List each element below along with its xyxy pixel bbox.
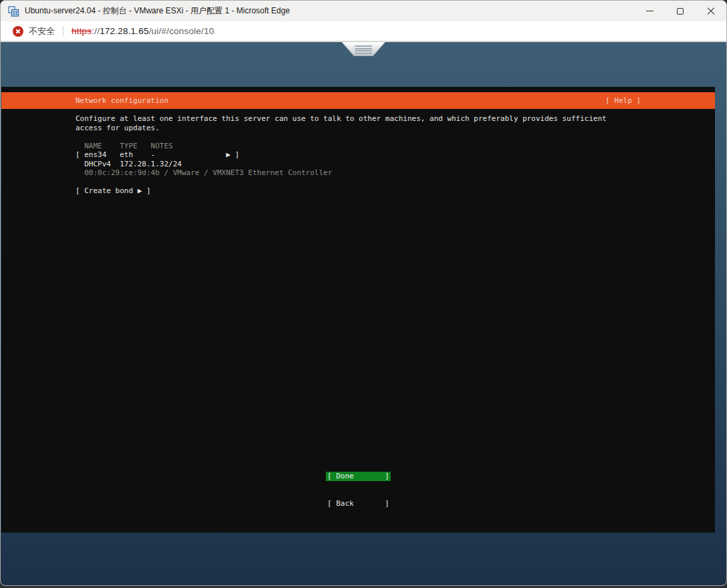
intro-line-1: Configure at least one interface this se… — [76, 114, 715, 124]
url-host: 172.28.1.65 — [100, 26, 149, 36]
not-secure-icon[interactable] — [13, 26, 23, 37]
address-divider — [63, 26, 63, 37]
minimize-button[interactable] — [634, 1, 665, 21]
intro-line-2: access for updates. — [76, 124, 715, 133]
back-button[interactable]: [ Back ] — [326, 499, 391, 508]
maximize-button[interactable] — [665, 1, 696, 21]
title-bar: Ubuntu-server24.04 - 控制台 - VMware ESXi -… — [1, 1, 726, 21]
nic-row-dhcp: DHCPv4 172.28.1.32/24 — [76, 160, 715, 169]
maximize-icon — [677, 8, 684, 15]
browser-window: Ubuntu-server24.04 - 控制台 - VMware ESXi -… — [0, 0, 727, 586]
console-menu-handle[interactable] — [341, 42, 386, 56]
close-icon — [707, 7, 715, 15]
spacer — [76, 132, 715, 142]
installer-footer-buttons: [ Done ] [ Back ] — [326, 454, 391, 526]
url-field[interactable]: https://172.28.1.65/ui/#/console/10 — [71, 26, 214, 36]
url-scheme: https — [71, 26, 92, 36]
url-separator: :// — [92, 26, 100, 36]
spacer — [76, 178, 715, 187]
minimize-icon — [646, 11, 653, 11]
hamburger-icon — [355, 45, 372, 55]
create-bond-button[interactable]: [ Create bond ▶ ] — [76, 186, 715, 196]
window-title: Ubuntu-server24.04 - 控制台 - VMware ESXi -… — [25, 5, 634, 17]
installer-body: Configure at least one interface this se… — [1, 109, 715, 196]
esxi-console-page: Network configuration [ Help ] Configure… — [1, 42, 726, 585]
nic-row-ens34[interactable]: [ ens34 eth - ▶ ] — [76, 150, 715, 160]
not-secure-label: 不安全 — [29, 25, 55, 37]
vmware-console-icon — [8, 6, 19, 17]
close-button[interactable] — [696, 1, 726, 21]
done-button[interactable]: [ Done ] — [326, 472, 391, 481]
nic-row-hardware: 00:0c:29:ce:9d:4b / VMware / VMXNET3 Eth… — [76, 168, 715, 178]
installer-console: Network configuration [ Help ] Configure… — [1, 87, 715, 533]
address-bar[interactable]: 不安全 https://172.28.1.65/ui/#/console/10 — [1, 21, 726, 42]
window-controls — [634, 1, 726, 21]
installer-header: Network configuration [ Help ] — [1, 92, 715, 109]
screen-title: Network configuration — [76, 96, 168, 106]
nic-table-columns: NAME TYPE NOTES — [76, 142, 715, 151]
x-icon — [15, 29, 21, 34]
help-button[interactable]: [ Help ] — [605, 96, 641, 106]
url-path: /ui/#/console/10 — [149, 26, 214, 36]
